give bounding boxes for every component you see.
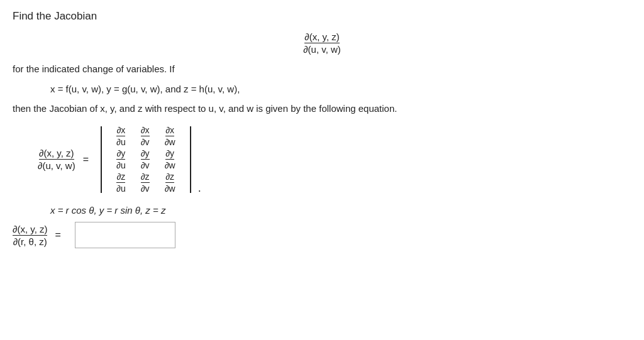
- cell-numerator: ∂z: [116, 172, 125, 183]
- cell-denominator: ∂v: [141, 160, 150, 170]
- intro-text: for the indicated change of variables. I…: [13, 61, 631, 77]
- matrix-cell: ∂y∂v: [141, 148, 150, 170]
- cell-denominator: ∂w: [165, 160, 175, 170]
- matrix-cell: ∂y∂u: [116, 148, 126, 170]
- cell-denominator: ∂v: [141, 136, 150, 147]
- jacobian-denominator: ∂(u, v, w): [303, 43, 341, 55]
- matrix-wrapper: ∂x∂u∂x∂v∂x∂w∂y∂u∂y∂v∂y∂w∂z∂u∂z∂v∂z∂w: [96, 123, 196, 196]
- cell-denominator: ∂w: [165, 183, 175, 194]
- variables-text: x = f(u, v, w), y = g(u, v, w), and z = …: [50, 84, 240, 94]
- answer-lhs-numerator: ∂(x, y, z): [13, 224, 47, 236]
- variables-line: x = f(u, v, w), y = g(u, v, w), and z = …: [13, 84, 631, 94]
- matrix-cell: ∂y∂w: [165, 148, 175, 170]
- matrix-cell: ∂z∂w: [165, 172, 175, 194]
- matrix-cell: ∂x∂w: [165, 125, 175, 147]
- lhs-denominator: ∂(u, v, w): [38, 160, 75, 171]
- cell-numerator: ∂z: [141, 172, 150, 183]
- cell-denominator: ∂u: [116, 183, 126, 194]
- cell-denominator: ∂u: [116, 160, 126, 170]
- right-bracket: [187, 125, 196, 194]
- answer-input-box[interactable]: [75, 222, 175, 248]
- cell-numerator: ∂y: [116, 148, 125, 160]
- matrix-cell: ∂z∂v: [141, 172, 150, 194]
- lhs-numerator: ∂(x, y, z): [39, 148, 74, 160]
- cell-denominator: ∂v: [141, 183, 150, 194]
- matrix-cell: ∂x∂u: [116, 125, 126, 147]
- matrix-cell: ∂z∂u: [116, 172, 126, 194]
- answer-lhs-fraction: ∂(x, y, z) ∂(r, θ, z): [13, 224, 47, 247]
- cell-numerator: ∂z: [165, 172, 174, 183]
- answer-row: ∂(x, y, z) ∂(r, θ, z) =: [13, 222, 631, 248]
- main-fraction: ∂(x, y, z) ∂(u, v, w): [13, 31, 631, 55]
- cell-denominator: ∂w: [165, 136, 175, 147]
- then-text: then the Jacobian of x, y, and z with re…: [13, 101, 631, 117]
- period: .: [198, 182, 201, 195]
- page-title: Find the Jacobian: [13, 10, 631, 23]
- cell-numerator: ∂x: [165, 125, 174, 136]
- cell-numerator: ∂x: [116, 125, 125, 136]
- equals-sign: =: [83, 154, 89, 165]
- matrix-cell: ∂x∂v: [141, 125, 150, 147]
- jacobian-fraction: ∂(x, y, z) ∂(u, v, w): [303, 31, 341, 55]
- lhs-fraction: ∂(x, y, z) ∂(u, v, w): [38, 148, 75, 171]
- cell-denominator: ∂u: [116, 136, 126, 147]
- cell-numerator: ∂y: [141, 148, 150, 160]
- cell-numerator: ∂x: [141, 125, 150, 136]
- cell-numerator: ∂y: [165, 148, 174, 160]
- matrix-grid: ∂x∂u∂x∂v∂x∂w∂y∂u∂y∂v∂y∂w∂z∂u∂z∂v∂z∂w: [105, 123, 187, 196]
- change-vars-line: x = r cos θ, y = r sin θ, z = z: [13, 205, 631, 216]
- left-bracket: [96, 125, 105, 194]
- answer-lhs-denominator: ∂(r, θ, z): [13, 236, 47, 247]
- answer-equals-sign: =: [55, 229, 60, 241]
- matrix-equation: ∂(x, y, z) ∂(u, v, w) = ∂x∂u∂x∂v∂x∂w∂y∂u…: [13, 123, 631, 196]
- jacobian-numerator: ∂(x, y, z): [304, 31, 339, 43]
